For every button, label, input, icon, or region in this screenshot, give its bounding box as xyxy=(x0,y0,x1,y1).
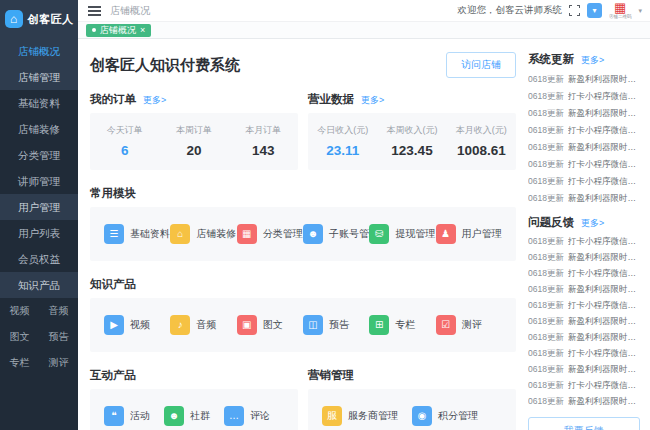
brand-logo[interactable]: ⌂ 创客匠人 xyxy=(0,0,78,38)
system-update-item[interactable]: 0618更新 新盈利利器限时折扣 xyxy=(528,71,640,88)
stat-item: 本周收入(元) 123.45 xyxy=(377,124,446,158)
sidebar-item[interactable]: 用户管理 xyxy=(0,194,78,220)
feedback-date: 0618更新 xyxy=(528,300,564,312)
module-icon: ⛁ xyxy=(369,224,389,244)
system-update-item[interactable]: 0618更新 打卡小程序微信群打卡 xyxy=(528,88,640,105)
stat-item: 今日收入(元) 23.11 xyxy=(308,124,377,158)
stat-item: 本月收入(元) 1008.61 xyxy=(447,124,516,158)
marketing-item[interactable]: ◉ 积分管理 xyxy=(412,406,502,426)
feedback-text: 新盈利利器限时折扣 xyxy=(568,364,640,376)
user-avatar[interactable]: ▾ xyxy=(587,3,602,18)
visit-store-button[interactable]: 访问店铺 xyxy=(446,52,516,78)
knowledge-icon: ⊞ xyxy=(369,315,389,335)
feedback-item[interactable]: 0618更新 打卡小程序微信群打卡 xyxy=(528,266,640,282)
sidebar-grid-item[interactable]: 视频 xyxy=(0,298,39,324)
module-item[interactable]: ⛁ 提现管理 xyxy=(369,224,435,244)
feedback-item[interactable]: 0618更新 新盈利利器限时折扣 xyxy=(528,362,640,378)
stat-value: 1008.61 xyxy=(447,143,516,158)
feedback-item[interactable]: 0618更新 新盈利利器限时折扣 xyxy=(528,330,640,346)
interactive-item[interactable]: … 评论 xyxy=(224,406,284,426)
feedback-text: 打卡小程序微信群打卡 xyxy=(568,380,640,392)
feedback-item[interactable]: 0618更新 打卡小程序微信群打卡 xyxy=(528,346,640,362)
feedback-text: 新盈利利器限时折扣 xyxy=(568,252,640,264)
module-item[interactable]: ♟ 用户管理 xyxy=(436,224,502,244)
system-update-item[interactable]: 0618更新 新盈利利器限时折扣 xyxy=(528,105,640,122)
feedback-item[interactable]: 0618更新 新盈利利器限时折扣 xyxy=(528,394,640,410)
sidebar-grid-item[interactable]: 预告 xyxy=(39,324,78,350)
update-text: 新盈利利器限时折扣 xyxy=(568,108,640,120)
feedback-item[interactable]: 0618更新 打卡小程序微信群打卡 xyxy=(528,298,640,314)
sidebar-grid-item[interactable]: 图文 xyxy=(0,324,39,350)
knowledge-item[interactable]: ▶ 视频 xyxy=(104,315,170,335)
feedback-date: 0618更新 xyxy=(528,380,564,392)
stat-label: 今天订单 xyxy=(90,124,159,137)
stat-label: 本周收入(元) xyxy=(377,124,446,137)
system-update-item[interactable]: 0618更新 新盈利利器限时折扣 xyxy=(528,139,640,156)
sidebar-item[interactable]: 店铺概况 xyxy=(0,38,78,64)
sidebar-item[interactable]: 讲师管理 xyxy=(0,168,78,194)
store-qr-code-icon[interactable]: ▦ 店铺二维码 xyxy=(609,2,632,20)
interactive-products-section: 互动产品 ❝ 活动 ☻ xyxy=(90,368,298,430)
close-icon[interactable]: × xyxy=(140,26,145,35)
module-item[interactable]: ☻ 子账号管理 xyxy=(303,224,369,244)
knowledge-item[interactable]: ☑ 测评 xyxy=(436,315,502,335)
sidebar-item[interactable]: 店铺管理 xyxy=(0,64,78,90)
fullscreen-icon[interactable] xyxy=(569,5,580,16)
marketing-item[interactable]: 服 服务商管理 xyxy=(322,406,412,426)
knowledge-icon: ▶ xyxy=(104,315,124,335)
section-title-common-modules: 常用模块 xyxy=(90,186,136,201)
stat-value: 6 xyxy=(90,143,159,158)
feedback-button[interactable]: 我要反馈 xyxy=(528,417,640,430)
stat-value: 20 xyxy=(159,143,228,158)
module-item[interactable]: ☰ 基础资料 xyxy=(104,224,170,244)
feedback-item[interactable]: 0618更新 新盈利利器限时折扣 xyxy=(528,282,640,298)
sidebar-item[interactable]: 分类管理 xyxy=(0,142,78,168)
more-link-feedback[interactable]: 更多> xyxy=(581,217,604,230)
sidebar-item[interactable]: 会员权益 xyxy=(0,246,78,272)
stat-value: 23.11 xyxy=(308,143,377,158)
system-update-item[interactable]: 0618更新 打卡小程序微信群打卡 xyxy=(528,122,640,139)
sidebar-grid-item[interactable]: 测评 xyxy=(39,350,78,376)
hamburger-menu-icon[interactable] xyxy=(88,10,101,12)
stat-label: 本周订单 xyxy=(159,124,228,137)
more-link-system-updates[interactable]: 更多> xyxy=(581,54,604,67)
tags-bar: 店铺概况 × xyxy=(78,22,650,39)
knowledge-item[interactable]: ▣ 图文 xyxy=(237,315,303,335)
sidebar-item[interactable]: 基础资料 xyxy=(0,90,78,116)
sidebar-grid-item[interactable]: 音频 xyxy=(39,298,78,324)
stat-label: 本月订单 xyxy=(229,124,298,137)
sidebar-item[interactable]: 知识产品 xyxy=(0,272,78,298)
business-data-section: 营业数据 更多> 今日收入(元) 23.11 本周收入(元) 123.45 xyxy=(308,92,516,170)
feedback-item[interactable]: 0618更新 打卡小程序微信群打卡 xyxy=(528,234,640,250)
sidebar-item[interactable]: 用户列表 xyxy=(0,220,78,246)
feedback-item[interactable]: 0618更新 新盈利利器限时折扣 xyxy=(528,250,640,266)
more-link-orders[interactable]: 更多> xyxy=(143,94,166,107)
system-update-item[interactable]: 0618更新 新盈利利器限时折扣 xyxy=(528,190,640,207)
module-icon: ☻ xyxy=(303,224,323,244)
dropdown-caret-icon[interactable]: ▾ xyxy=(638,7,642,15)
feedback-date: 0618更新 xyxy=(528,252,564,264)
knowledge-item[interactable]: ◫ 预告 xyxy=(303,315,369,335)
knowledge-products-section: 知识产品 ▶ 视频 ♪ 音频 xyxy=(90,277,516,352)
sidebar-item[interactable]: 店铺装修 xyxy=(0,116,78,142)
knowledge-icon: ▣ xyxy=(237,315,257,335)
section-title-business-data: 营业数据 xyxy=(308,92,354,107)
feedback-date: 0618更新 xyxy=(528,348,564,360)
feedback-item[interactable]: 0618更新 打卡小程序微信群打卡 xyxy=(528,378,640,394)
module-item[interactable]: ⌂ 店铺装修 xyxy=(170,224,236,244)
sidebar-grid-item[interactable]: 专栏 xyxy=(0,350,39,376)
qr-caption: 店铺二维码 xyxy=(609,15,632,20)
more-link-revenue[interactable]: 更多> xyxy=(361,94,384,107)
system-update-item[interactable]: 0618更新 打卡小程序微信群打卡 xyxy=(528,173,640,190)
feedback-item[interactable]: 0618更新 新盈利利器限时折扣 xyxy=(528,314,640,330)
module-icon: ☰ xyxy=(104,224,124,244)
interactive-item[interactable]: ❝ 活动 xyxy=(104,406,164,426)
knowledge-item[interactable]: ♪ 音频 xyxy=(170,315,236,335)
knowledge-item[interactable]: ⊞ 专栏 xyxy=(369,315,435,335)
feedback-date: 0618更新 xyxy=(528,268,564,280)
tab-store-overview[interactable]: 店铺概况 × xyxy=(86,24,151,37)
system-update-item[interactable]: 0618更新 打卡小程序微信群打卡 xyxy=(528,156,640,173)
interactive-item[interactable]: ☻ 社群 xyxy=(164,406,224,426)
module-item[interactable]: ▦ 分类管理 xyxy=(237,224,303,244)
section-title-marketing: 营销管理 xyxy=(308,368,354,383)
